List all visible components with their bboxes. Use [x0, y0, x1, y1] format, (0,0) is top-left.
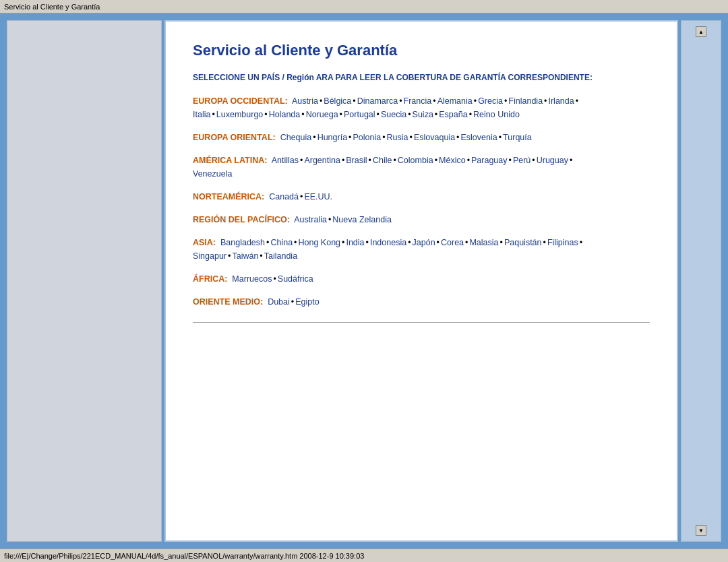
browser-outer: Servicio al Cliente y Garantía SELECCION… — [0, 13, 728, 549]
title-bar-text: Servicio al Cliente y Garantía — [4, 3, 100, 11]
region-europa-occidental: EUROPA OCCIDENTAL: Austria•Bélgica•Dinam… — [193, 94, 650, 121]
link-portugal[interactable]: Portugal — [344, 110, 375, 119]
link-holanda[interactable]: Holanda — [269, 110, 301, 119]
region-asia: ASIA: Bangladesh•China•Hong Kong•India•I… — [193, 236, 650, 263]
link-peru[interactable]: Perú — [513, 156, 530, 165]
link-india[interactable]: India — [346, 238, 364, 247]
link-paraguay[interactable]: Paraguay — [471, 156, 508, 165]
link-egipto[interactable]: Egipto — [295, 297, 319, 307]
region-europa-oriental: EUROPA ORIENTAL: Chequia•Hungría•Polonia… — [193, 131, 650, 144]
status-bar: file:///E|/Change/Philips/221ECD_MANUAL/… — [0, 549, 728, 562]
link-reino-unido[interactable]: Reino Unido — [473, 110, 520, 119]
region-america-latina: AMÉRICA LATINA: Antillas•Argentina•Brasi… — [193, 154, 650, 181]
link-noruega[interactable]: Noruega — [306, 110, 338, 119]
link-mexico[interactable]: México — [439, 156, 466, 165]
link-brasil[interactable]: Brasil — [346, 156, 367, 165]
link-luxemburgo[interactable]: Luxemburgo — [216, 110, 264, 119]
link-grecia[interactable]: Grecia — [478, 96, 503, 106]
link-tailandia[interactable]: Tailandia — [264, 251, 297, 261]
link-hungria[interactable]: Hungría — [317, 133, 347, 142]
region-links-oriente-medio: Dubai•Egipto — [266, 297, 320, 307]
link-eslovaquia[interactable]: Eslovaquia — [414, 133, 455, 142]
link-nueva-zelandia[interactable]: Nueva Zelandia — [332, 215, 392, 224]
link-chile[interactable]: Chile — [373, 156, 392, 165]
link-bangladesh[interactable]: Bangladesh — [220, 238, 265, 247]
link-filipinas[interactable]: Filipinas — [547, 238, 578, 247]
link-austria[interactable]: Austria — [292, 96, 318, 106]
link-uruguay[interactable]: Uruguay — [537, 156, 568, 165]
region-links-europa-oriental: Chequia•Hungría•Polonia•Rusia•Eslovaquia… — [278, 133, 532, 142]
link-chequia[interactable]: Chequia — [280, 133, 312, 142]
link-francia[interactable]: Francia — [404, 96, 432, 106]
region-oriente-medio: ORIENTE MEDIO: Dubai•Egipto — [193, 295, 650, 309]
link-irlanda[interactable]: Irlanda — [548, 96, 574, 106]
page-title: Servicio al Cliente y Garantía — [193, 42, 650, 59]
link-suecia[interactable]: Suecia — [381, 110, 406, 119]
link-venezuela[interactable]: Venezuela — [193, 169, 232, 179]
region-links-asia: Bangladesh•China•Hong Kong•India•Indones… — [193, 238, 584, 261]
link-dinamarca[interactable]: Dinamarca — [357, 96, 398, 106]
link-canada[interactable]: Canadá — [269, 192, 299, 201]
link-taiwan[interactable]: Taiwán — [232, 251, 258, 261]
region-pacifico: REGIÓN DEL PACÍFICO: Australia•Nueva Zel… — [193, 213, 650, 226]
scroll-up-button[interactable]: ▲ — [696, 26, 706, 37]
region-label-europa-occidental: EUROPA OCCIDENTAL: — [193, 96, 288, 106]
link-espana[interactable]: España — [439, 110, 467, 119]
link-australia[interactable]: Australia — [294, 215, 327, 224]
link-finlandia[interactable]: Finlandia — [508, 96, 543, 106]
region-norteamerica: NORTEAMÉRICA: Canadá•EE.UU. — [193, 190, 650, 204]
region-label-pacifico: REGIÓN DEL PACÍFICO: — [193, 215, 290, 224]
link-italia[interactable]: Italia — [193, 110, 210, 119]
link-suiza[interactable]: Suiza — [413, 110, 433, 119]
link-argentina[interactable]: Argentina — [304, 156, 340, 165]
link-marruecos[interactable]: Marruecos — [232, 274, 272, 284]
region-label-africa: ÁFRICA: — [193, 274, 227, 284]
right-panel: ▲ ▼ — [681, 20, 721, 542]
link-sudafrica[interactable]: Sudáfrica — [278, 274, 313, 284]
link-rusia[interactable]: Rusia — [387, 133, 408, 142]
link-colombia[interactable]: Colombia — [398, 156, 433, 165]
link-china[interactable]: China — [270, 238, 293, 247]
region-label-oriente-medio: ORIENTE MEDIO: — [193, 297, 263, 307]
link-turquia[interactable]: Turquía — [503, 133, 532, 142]
link-japon[interactable]: Japón — [413, 238, 435, 247]
region-links-pacifico: Australia•Nueva Zelandia — [292, 215, 391, 224]
link-hong-kong[interactable]: Hong Kong — [298, 238, 340, 247]
link-corea[interactable]: Corea — [441, 238, 464, 247]
link-polonia[interactable]: Polonia — [353, 133, 382, 142]
link-dubai[interactable]: Dubai — [268, 297, 290, 307]
region-label-europa-oriental: EUROPA ORIENTAL: — [193, 133, 276, 142]
link-alemania[interactable]: Alemania — [437, 96, 473, 106]
region-label-asia: ASIA: — [193, 238, 216, 247]
link-belgica[interactable]: Bélgica — [324, 96, 351, 106]
content-separator — [193, 322, 650, 323]
link-eeuu[interactable]: EE.UU. — [304, 192, 332, 201]
link-malasia[interactable]: Malasia — [469, 238, 498, 247]
left-panel — [7, 20, 162, 542]
link-antillas[interactable]: Antillas — [272, 156, 299, 165]
link-singapur[interactable]: Singapur — [193, 251, 226, 261]
status-bar-text: file:///E|/Change/Philips/221ECD_MANUAL/… — [4, 552, 364, 560]
scroll-down-button[interactable]: ▼ — [696, 525, 706, 536]
region-label-america-latina: AMÉRICA LATINA: — [193, 156, 267, 165]
title-bar: Servicio al Cliente y Garantía — [0, 0, 728, 13]
link-paquistan[interactable]: Paquistán — [504, 238, 542, 247]
link-indonesia[interactable]: Indonesia — [370, 238, 406, 247]
link-eslovenia[interactable]: Eslovenia — [461, 133, 497, 142]
region-links-norteamerica: Canadá•EE.UU. — [267, 192, 332, 201]
region-links-africa: Marruecos•Sudáfrica — [230, 274, 313, 284]
region-africa: ÁFRICA: Marruecos•Sudáfrica — [193, 272, 650, 286]
page-subtitle: SELECCIONE UN PAÍS / Región ARA PARA LEE… — [193, 73, 650, 82]
region-label-norteamerica: NORTEAMÉRICA: — [193, 192, 264, 201]
content-frame: Servicio al Cliente y Garantía SELECCION… — [164, 20, 678, 542]
center-area: Servicio al Cliente y Garantía SELECCION… — [162, 20, 681, 542]
